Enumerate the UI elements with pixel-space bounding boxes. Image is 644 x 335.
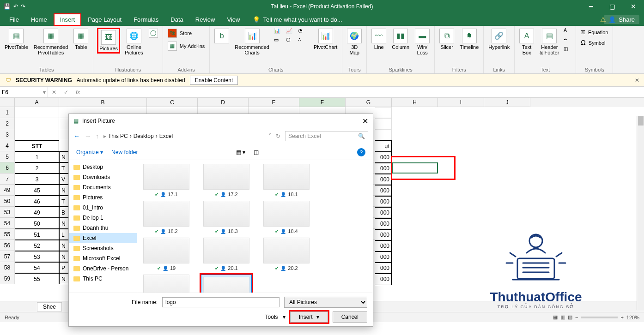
- nav-forward-icon[interactable]: →: [85, 132, 91, 140]
- row-header[interactable]: 7: [0, 173, 15, 185]
- view-layout-icon[interactable]: ▥: [560, 314, 565, 320]
- row-header[interactable]: 50: [0, 196, 15, 207]
- help-icon[interactable]: ?: [357, 148, 365, 156]
- tell-me[interactable]: 💡 Tell me what you want to do...: [253, 16, 342, 23]
- cell[interactable]: 000: [375, 240, 392, 252]
- cell[interactable]: [15, 118, 59, 129]
- view-mode-icon[interactable]: ▦ ▾: [236, 149, 245, 156]
- bing-maps-button[interactable]: b: [213, 28, 230, 44]
- zoom-slider[interactable]: [581, 317, 618, 318]
- row-header[interactable]: 59: [0, 273, 15, 284]
- header-footer-button[interactable]: ▤Header & Footer: [539, 28, 560, 56]
- name-box[interactable]: F6▾: [0, 87, 48, 97]
- row-header[interactable]: 3: [0, 129, 15, 140]
- file-thumbnail[interactable]: ✔👤17.2: [201, 164, 252, 197]
- sidebar-item[interactable]: OneDrive - Person: [69, 263, 137, 274]
- row-header[interactable]: 55: [0, 229, 15, 240]
- cell[interactable]: [375, 107, 392, 108]
- dialog-close-icon[interactable]: ✕: [362, 117, 368, 126]
- chart-type-icon[interactable]: ⬡: [286, 37, 296, 45]
- equation-button[interactable]: πEquation: [580, 28, 609, 36]
- sidebar-item[interactable]: This PC: [69, 274, 137, 284]
- sidebar-item[interactable]: Pictures: [69, 192, 137, 203]
- cancel-formula-icon[interactable]: ✕: [48, 89, 60, 96]
- cell[interactable]: 45: [15, 185, 59, 196]
- cell[interactable]: STT: [15, 140, 59, 151]
- recommended-pivottables-button[interactable]: ▦Recommended PivotTables: [33, 28, 69, 56]
- filename-input[interactable]: [162, 297, 279, 307]
- file-thumbnail[interactable]: ✔👤20.1: [201, 238, 252, 271]
- cell[interactable]: 000: [375, 218, 392, 230]
- chart-type-icon[interactable]: ◔: [298, 28, 308, 36]
- text-box-button[interactable]: AText Box: [518, 28, 535, 56]
- cell[interactable]: 46: [15, 196, 59, 207]
- new-folder-button[interactable]: New folder: [111, 149, 138, 156]
- pivottable-button[interactable]: ▦PivotTable: [4, 28, 29, 51]
- cell[interactable]: 000: [375, 273, 392, 285]
- cell[interactable]: ụt: [375, 140, 392, 152]
- tab-data[interactable]: Data: [165, 14, 188, 25]
- cell[interactable]: 53: [15, 251, 59, 262]
- cell[interactable]: 2: [15, 162, 59, 173]
- tab-home[interactable]: Home: [25, 14, 53, 25]
- row-header[interactable]: 49: [0, 185, 15, 196]
- cell[interactable]: [15, 129, 59, 140]
- cell[interactable]: 000: [375, 251, 392, 263]
- row-header[interactable]: 6: [0, 162, 15, 173]
- shapes-button[interactable]: ◯: [148, 28, 159, 39]
- row-header[interactable]: 4: [0, 140, 15, 151]
- chart-type-icon[interactable]: 📈: [286, 28, 296, 36]
- table-button[interactable]: ▦Table: [73, 28, 89, 51]
- row-header[interactable]: 57: [0, 251, 15, 262]
- file-thumbnail[interactable]: ✔👤19: [141, 238, 192, 271]
- cell[interactable]: [375, 118, 392, 119]
- save-icon[interactable]: 💾: [4, 3, 11, 10]
- cell[interactable]: 000: [375, 151, 392, 163]
- zoom-out-icon[interactable]: −: [575, 315, 578, 320]
- cell[interactable]: 50: [15, 218, 59, 229]
- minimize-button[interactable]: ━: [580, 0, 601, 13]
- cell[interactable]: 000: [375, 173, 392, 185]
- chart-type-icon[interactable]: ▭: [274, 37, 284, 45]
- organize-button[interactable]: Organize ▾: [76, 149, 103, 156]
- wordart-icon[interactable]: A: [564, 28, 572, 36]
- slicer-button[interactable]: ⧉Slicer: [438, 28, 455, 51]
- cell[interactable]: 000: [375, 207, 392, 219]
- refresh-icon[interactable]: ↻: [276, 133, 280, 139]
- cell[interactable]: 000: [375, 162, 392, 174]
- view-normal-icon[interactable]: ▦: [553, 314, 558, 320]
- file-thumbnail[interactable]: ✔👤18.4: [261, 201, 312, 234]
- cell[interactable]: 54: [15, 262, 59, 273]
- breadcrumb[interactable]: ▸ This PC› Desktop› Excel ˅ ↻: [103, 133, 280, 139]
- cell[interactable]: 55: [15, 273, 59, 284]
- enable-content-button[interactable]: Enable Content: [190, 76, 238, 85]
- row-header[interactable]: 53: [0, 207, 15, 218]
- my-addins-button[interactable]: ▦My Add-ins: [167, 41, 206, 52]
- symbol-button[interactable]: ΩSymbol: [580, 38, 606, 47]
- cell[interactable]: 51: [15, 229, 59, 240]
- sparkline-column-button[interactable]: ▮▮Column: [391, 28, 410, 51]
- cancel-button[interactable]: Cancel: [333, 311, 367, 323]
- tools-button[interactable]: Tools: [265, 314, 278, 320]
- row-header[interactable]: 56: [0, 240, 15, 251]
- row-header[interactable]: 2: [0, 118, 15, 129]
- tab-review[interactable]: Review: [190, 14, 221, 25]
- select-all-corner[interactable]: [0, 98, 15, 107]
- online-pictures-button[interactable]: 🌐Online Pictures: [124, 28, 144, 56]
- enter-formula-icon[interactable]: ✓: [60, 89, 72, 96]
- close-button[interactable]: ✕: [623, 0, 644, 13]
- preview-pane-icon[interactable]: ◫: [254, 149, 259, 156]
- file-thumbnail[interactable]: ✔👤20.2: [261, 238, 312, 271]
- sidebar-item[interactable]: Doanh thu: [69, 223, 137, 233]
- sidebar-item[interactable]: De lop 1: [69, 213, 137, 223]
- pivotchart-button[interactable]: 📊PivotChart: [313, 28, 338, 51]
- nav-up-icon[interactable]: ↑: [96, 132, 99, 140]
- file-type-select[interactable]: All Pictures: [284, 297, 367, 308]
- row-header[interactable]: 5: [0, 151, 15, 162]
- pictures-button[interactable]: 🖼Pictures: [97, 28, 120, 54]
- recommended-charts-button[interactable]: 📊Recommended Charts: [234, 28, 270, 56]
- 3d-map-button[interactable]: 🌍3D Map: [346, 28, 363, 56]
- file-thumbnail[interactable]: ✔👤18.1: [261, 164, 312, 197]
- signature-icon[interactable]: ✒: [564, 37, 572, 45]
- sidebar-item[interactable]: Screenshots: [69, 243, 137, 253]
